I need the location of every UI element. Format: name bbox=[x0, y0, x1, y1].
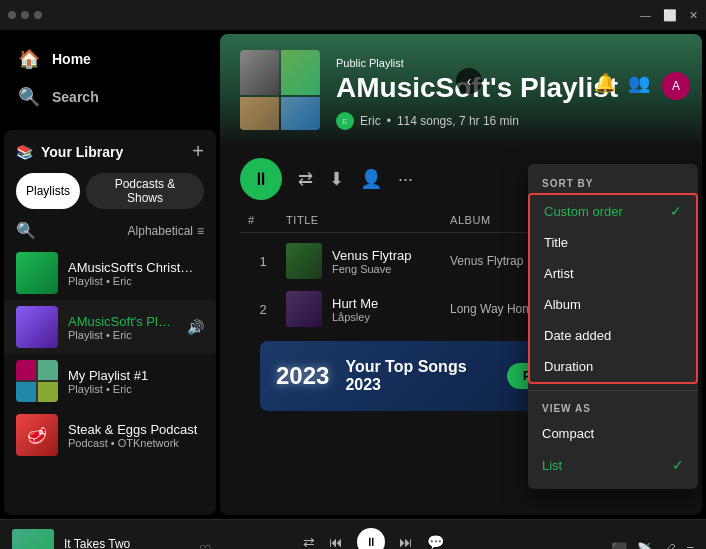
play-pause-button[interactable]: ⏸ bbox=[240, 158, 282, 200]
library-add-button[interactable]: + bbox=[192, 140, 204, 163]
library-search-icon[interactable]: 🔍 bbox=[16, 221, 36, 240]
minimize-button[interactable]: — bbox=[640, 9, 651, 22]
sidebar-item-home[interactable]: 🏠 Home bbox=[8, 40, 212, 78]
player-controls: ⇄ ⏮ ⏸ ⏭ 💬 bbox=[303, 528, 444, 549]
track-name: Venus Flytrap bbox=[332, 248, 412, 263]
playlist-thumb-my bbox=[16, 360, 58, 402]
titlebar-dot-2 bbox=[21, 11, 29, 19]
view-as-label: View as bbox=[528, 397, 698, 418]
track-num: 1 bbox=[248, 254, 278, 269]
sort-option-date-added[interactable]: Date added bbox=[530, 320, 696, 351]
sidebar-nav: 🏠 Home 🔍 Search bbox=[0, 30, 220, 126]
titlebar-dot-1 bbox=[8, 11, 16, 19]
more-options-button[interactable]: ··· bbox=[398, 169, 413, 190]
view-compact-option[interactable]: Compact bbox=[528, 418, 698, 449]
library-header: 📚 Your Library + bbox=[4, 130, 216, 169]
previous-button[interactable]: ⏮ bbox=[329, 534, 343, 549]
list-item[interactable]: AMusicSoft's Christmas... Playlist • Eri… bbox=[4, 246, 216, 300]
download-button[interactable]: ⬇ bbox=[329, 168, 344, 190]
now-playing: It Takes Two Fiji Blue ♡ bbox=[12, 529, 212, 550]
now-playing-info: It Takes Two Fiji Blue bbox=[64, 537, 189, 550]
sort-option-duration[interactable]: Duration bbox=[530, 351, 696, 382]
cover-cell-4 bbox=[281, 97, 320, 130]
track-artist: Låpsley bbox=[332, 311, 378, 323]
check-icon: ✓ bbox=[670, 203, 682, 219]
titlebar: — ⬜ ✕ bbox=[0, 0, 706, 30]
lyrics-icon[interactable]: 🖊 bbox=[663, 542, 676, 549]
player-play-icon: ⏸ bbox=[365, 535, 377, 549]
playlist-sub: Playlist • Eric bbox=[68, 275, 204, 287]
profile-avatar[interactable]: A bbox=[662, 72, 690, 100]
sort-custom-label: Custom order bbox=[544, 204, 623, 219]
cover-cell-1: 🎵 bbox=[240, 50, 279, 95]
owner-name: Eric bbox=[360, 114, 381, 128]
playlist-sub: Podcast • OTKnetwork bbox=[68, 437, 204, 449]
sort-option-artist[interactable]: Artist bbox=[530, 258, 696, 289]
close-button[interactable]: ✕ bbox=[689, 9, 698, 22]
playlist-details: E Eric • 114 songs, 7 hr 16 min bbox=[336, 112, 682, 130]
library-sort-button[interactable]: Alphabetical ≡ bbox=[128, 224, 204, 238]
playlist-sub: Playlist • Eric bbox=[68, 383, 204, 395]
player-play-button[interactable]: ⏸ bbox=[357, 528, 385, 549]
track-text: Venus Flytrap Feng Suave bbox=[332, 248, 412, 275]
col-title: Title bbox=[286, 214, 442, 226]
player-center: ⇄ ⏮ ⏸ ⏭ 💬 0:27 2:30 bbox=[220, 528, 526, 549]
sort-option-custom[interactable]: Custom order ✓ bbox=[530, 195, 696, 227]
sort-list-icon: ≡ bbox=[197, 224, 204, 238]
notification-icon[interactable]: 🔔 bbox=[594, 72, 616, 100]
playlist-thumb-christmas bbox=[16, 252, 58, 294]
add-to-library-button[interactable]: 👤 bbox=[360, 168, 382, 190]
users-icon[interactable]: 👥 bbox=[628, 72, 650, 100]
list-item[interactable]: My Playlist #1 Playlist • Eric bbox=[4, 354, 216, 408]
track-info: Venus Flytrap Feng Suave bbox=[286, 243, 442, 279]
view-list-option[interactable]: List ✓ bbox=[528, 449, 698, 481]
sort-album-label: Album bbox=[544, 297, 581, 312]
playlist-list: AMusicSoft's Christmas... Playlist • Eri… bbox=[4, 246, 216, 515]
list-item[interactable]: 🥩 Steak & Eggs Podcast Podcast • OTKnetw… bbox=[4, 408, 216, 462]
queue-icon[interactable]: ⬛ bbox=[611, 542, 627, 549]
shuffle-button[interactable]: ⇄ bbox=[298, 168, 313, 190]
dot-separator: • bbox=[387, 114, 391, 128]
playlist-info: My Playlist #1 Playlist • Eric bbox=[68, 368, 204, 395]
cover-cell-3 bbox=[240, 97, 279, 130]
sort-title-label: Title bbox=[544, 235, 568, 250]
library-sort-label: Alphabetical bbox=[128, 224, 193, 238]
shuffle-player-button[interactable]: ⇄ bbox=[303, 534, 315, 549]
header-icons: 🔔 👥 A bbox=[594, 72, 690, 100]
playlist-info: AMusicSoft's Christmas... Playlist • Eri… bbox=[68, 260, 204, 287]
play-pause-icon: ⏸ bbox=[252, 169, 270, 190]
list-check-icon: ✓ bbox=[672, 457, 684, 473]
sort-option-album[interactable]: Album bbox=[530, 289, 696, 320]
sort-option-title[interactable]: Title bbox=[530, 227, 696, 258]
sidebar-home-label: Home bbox=[52, 51, 91, 67]
banner-year: 2023 bbox=[276, 362, 329, 390]
sort-artist-label: Artist bbox=[544, 266, 574, 281]
maximize-button[interactable]: ⬜ bbox=[663, 9, 677, 22]
filter-buttons: Playlists Podcasts & Shows bbox=[4, 169, 216, 217]
playlist-name-active: AMusicSoft's Play... bbox=[68, 314, 177, 329]
track-num: 2 bbox=[248, 302, 278, 317]
search-icon: 🔍 bbox=[18, 86, 40, 108]
banner-title: Your Top Songs 2023 bbox=[345, 358, 491, 394]
track-thumb bbox=[286, 243, 322, 279]
col-num: # bbox=[248, 214, 278, 226]
filter-playlists-button[interactable]: Playlists bbox=[16, 173, 80, 209]
filter-podcasts-button[interactable]: Podcasts & Shows bbox=[86, 173, 204, 209]
connect-icon[interactable]: 📡 bbox=[637, 542, 653, 549]
playlist-thumb-podcast: 🥩 bbox=[16, 414, 58, 456]
track-text: Hurt Me Låpsley bbox=[332, 296, 378, 323]
next-button[interactable]: ⏭ bbox=[399, 534, 413, 549]
playlist-name: AMusicSoft's Christmas... bbox=[68, 260, 204, 275]
playlist-name: My Playlist #1 bbox=[68, 368, 204, 383]
list-item[interactable]: AMusicSoft's Play... Playlist • Eric 🔊 bbox=[4, 300, 216, 354]
banner-text: Your Top Songs 2023 bbox=[345, 358, 491, 394]
titlebar-dot-3 bbox=[34, 11, 42, 19]
track-name: Hurt Me bbox=[332, 296, 378, 311]
volume-icon[interactable]: ≡ bbox=[686, 542, 694, 549]
sidebar-search-label: Search bbox=[52, 89, 99, 105]
repeat-button[interactable]: 💬 bbox=[427, 534, 444, 549]
back-button[interactable]: ‹ bbox=[456, 68, 482, 94]
sort-dropdown: Sort by Custom order ✓ Title Artist Albu… bbox=[528, 164, 698, 489]
heart-button[interactable]: ♡ bbox=[199, 542, 212, 550]
sidebar-item-search[interactable]: 🔍 Search bbox=[8, 78, 212, 116]
